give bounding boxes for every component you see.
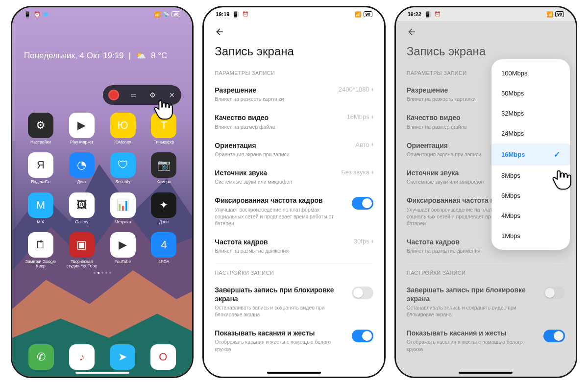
app-grid: ⚙ Настройки ▶ Play Маркет Ю ЮMoney Т Тин… (12, 113, 192, 269)
bitrate-option-32Mbps[interactable]: 32Mbps (491, 103, 570, 123)
app-label: Метрика (115, 220, 131, 224)
settings-screen-dimmed: Запись экрана ПАРАМЕТРЫ ЗАПИСИ Разрешени… (396, 21, 576, 377)
signal-icon: 📶 (355, 11, 362, 18)
app-icon-дзен[interactable]: ✦ Дзен (144, 192, 183, 224)
bitrate-option-100Mbps[interactable]: 100Mbps (491, 63, 570, 83)
recordings-folder-icon[interactable]: ▭ (129, 91, 138, 99)
setting-row[interactable]: Разрешение Влияет на резкость картинки 2… (204, 81, 384, 108)
app-icon-gallery[interactable]: 🖼 Gallery (62, 192, 101, 224)
signal-icon: 📶 (546, 11, 553, 18)
app-icon-4pda[interactable]: 4 4PDA (144, 232, 183, 269)
vibrate-icon: 📳 (424, 11, 431, 18)
alarm-icon: ⏰ (242, 11, 249, 18)
settings-screen: Запись экрана ПАРАМЕТРЫ ЗАПИСИ Разрешени… (204, 21, 384, 377)
setting-row-show-touches[interactable]: Показывать касания и жесты Отображать ка… (204, 324, 384, 358)
screen-recorder-toolbar[interactable]: ▭ ⚙ ✕ (103, 85, 181, 105)
bitrate-option-24Mbps[interactable]: 24Mbps (491, 123, 570, 143)
row-subtitle: Отображать касания и жесты с помощью бел… (215, 338, 345, 352)
row-value: 2400*1080 ▴▾ (339, 86, 373, 93)
bitrate-option-4Mbps[interactable]: 4Mbps (491, 206, 570, 226)
toggle-switch[interactable] (352, 330, 373, 342)
weather-icon: ⛅ (136, 50, 146, 61)
wifi-icon: 📡 (163, 11, 170, 18)
option-label: 100Mbps (501, 70, 527, 77)
app-label: Диск (77, 180, 86, 184)
date-time-label: Понедельник, 4 Окт 19:19 (24, 51, 124, 61)
back-button[interactable] (204, 21, 384, 41)
alarm-icon: ⏰ (34, 11, 41, 18)
bitrate-option-1Mbps[interactable]: 1Mbps (491, 226, 570, 246)
setting-row-framerate[interactable]: Частота кадров Влияет на размытие движен… (204, 233, 384, 260)
stepper-icon: ▴▾ (371, 143, 373, 146)
date-weather-widget[interactable]: Понедельник, 4 Окт 19:19 | ⛅ 8 °С (24, 50, 192, 61)
dock-app-opera[interactable]: O (150, 344, 176, 370)
option-label: 50Mbps (501, 90, 524, 97)
app-icon-юmoney[interactable]: Ю ЮMoney (103, 113, 143, 144)
recorder-close-icon[interactable]: ✕ (168, 91, 176, 99)
option-label: 16Mbps (501, 151, 525, 158)
app-icon-тинькофф[interactable]: Т Тинькофф (144, 113, 183, 144)
app-icon-security[interactable]: 🛡 Security (103, 152, 143, 184)
vibrate-icon: 📳 (232, 11, 239, 18)
page-title: Запись экрана (204, 41, 384, 67)
option-label: 4Mbps (501, 212, 520, 219)
row-title: Частота кадров (215, 238, 348, 246)
app-icon-яндексgo[interactable]: Я ЯндексGo (21, 152, 60, 184)
section-header: НАСТРОЙКИ ЗАПИСИ (204, 267, 384, 281)
bitrate-option-50Mbps[interactable]: 50Mbps (491, 83, 570, 103)
app-label: Настройки (30, 140, 51, 144)
app-icon-диск[interactable]: ◔ Диск (62, 152, 101, 184)
setting-row-fixed-framerate[interactable]: Фиксированная частота кадров Улучшает во… (204, 191, 384, 233)
recording-indicator-icon (44, 12, 48, 16)
record-button[interactable] (108, 90, 119, 100)
row-title: Ориентация (215, 141, 349, 150)
recorder-settings-icon[interactable]: ⚙ (148, 91, 157, 99)
app-label: Дзен (159, 220, 169, 224)
row-subtitle: Влияет на резкость картинки (215, 96, 332, 102)
row-title: Фиксированная частота кадров (215, 196, 345, 205)
dock-app-music[interactable]: ♪ (69, 344, 95, 370)
toggle-switch[interactable] (352, 197, 373, 210)
setting-row[interactable]: Источник звука Системные звуки или микро… (204, 164, 384, 191)
app-label: Творческая студия YouTube (65, 260, 98, 269)
row-value: 16Mbps ▴▾ (346, 113, 373, 120)
weather-separator: | (129, 51, 131, 61)
app-label: Gallery (75, 220, 88, 224)
phone-homescreen: 📳 ⏰ 📶 📡 90 Понедельник, 4 Окт 19:19 | ⛅ … (11, 6, 194, 378)
row-subtitle: Улучшает воспроизведение на платформах с… (215, 206, 345, 227)
setting-row-stop-on-lock[interactable]: Завершать запись при блокировке экрана О… (204, 281, 384, 324)
app-icon-творческая-студия-youtube[interactable]: ▣ Творческая студия YouTube (62, 232, 101, 269)
alarm-icon: ⏰ (434, 11, 441, 18)
app-label: MiX (37, 220, 45, 224)
battery-icon: 90 (555, 11, 564, 17)
app-icon-настройки[interactable]: ⚙ Настройки (21, 113, 60, 144)
row-title: Источник звука (215, 168, 335, 177)
app-label: Security (115, 180, 130, 184)
setting-row[interactable]: Качество видео Влияет на размер файла 16… (204, 108, 384, 136)
setting-row[interactable]: Ориентация Ориентация экрана при записи … (204, 136, 384, 164)
nav-home-indicator[interactable] (267, 372, 321, 374)
app-icon-заметки-google-keep[interactable]: 🗒 Заметки Google Keep (21, 232, 60, 269)
nav-home-indicator[interactable] (75, 372, 129, 374)
option-label: 6Mbps (501, 192, 520, 199)
dock-app-telegram[interactable]: ➤ (110, 344, 135, 370)
toggle-switch[interactable] (352, 286, 373, 299)
app-icon-play-маркет[interactable]: ▶ Play Маркет (62, 113, 101, 144)
app-icon-youtube[interactable]: ▶ YouTube (103, 232, 143, 269)
row-subtitle: Останавливать запись и сохранять видео п… (215, 304, 345, 318)
row-subtitle: Системные звуки или микрофон (215, 178, 335, 185)
app-label: ЯндексGo (31, 180, 50, 184)
dock: ✆ ♪ ➤ O (12, 344, 192, 370)
row-value: 30fps▴▾ (354, 238, 373, 245)
bitrate-option-16Mbps[interactable]: 16Mbps ✓ (491, 143, 570, 166)
stepper-icon: ▴▾ (371, 170, 373, 174)
phone-settings: 19:19 📳 ⏰ 📶 90 Запись экрана ПАРАМЕТРЫ З… (202, 6, 385, 378)
bitrate-option-8Mbps[interactable]: 8Mbps (491, 166, 570, 186)
divider (215, 263, 373, 264)
dock-app-phone[interactable]: ✆ (28, 344, 54, 370)
bitrate-option-6Mbps[interactable]: 6Mbps (491, 186, 570, 206)
row-title: Разрешение (215, 86, 332, 95)
app-icon-mix[interactable]: M MiX (21, 192, 60, 224)
app-icon-камера[interactable]: 📷 Камера (144, 152, 183, 184)
app-icon-метрика[interactable]: 📊 Метрика (103, 192, 143, 224)
